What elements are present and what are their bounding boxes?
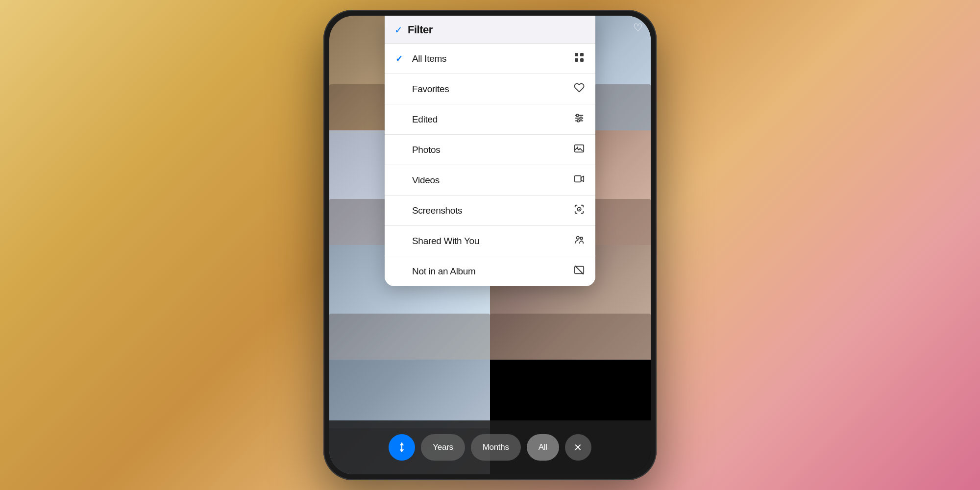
close-icon: ✕ xyxy=(574,441,582,453)
svg-point-16 xyxy=(580,237,583,240)
filter-checkmark-not-in-album: ✓ xyxy=(395,266,405,277)
filter-label-photos: Photos xyxy=(412,145,440,155)
filter-item-favorites[interactable]: ✓ Favorites xyxy=(385,74,595,104)
svg-rect-2 xyxy=(575,58,578,62)
filter-item-photos[interactable]: ✓ Photos xyxy=(385,135,595,165)
filter-checkmark-edited: ✓ xyxy=(395,114,405,125)
filter-checkmark-favorites: ✓ xyxy=(395,84,405,95)
filter-label-videos: Videos xyxy=(412,175,440,186)
filter-item-videos[interactable]: ✓ Videos xyxy=(385,165,595,196)
filter-checkmark-videos: ✓ xyxy=(395,175,405,186)
sliders-icon xyxy=(574,113,585,126)
filter-item-screenshots[interactable]: ✓ Screenshots xyxy=(385,196,595,226)
filter-header-title: Filter xyxy=(408,24,433,36)
svg-rect-12 xyxy=(575,176,581,182)
svg-point-15 xyxy=(577,237,580,240)
years-label: Years xyxy=(433,442,453,452)
sort-button[interactable] xyxy=(389,434,415,461)
sort-icon xyxy=(395,441,408,454)
filter-checkmark-screenshots: ✓ xyxy=(395,205,405,216)
filter-label-favorites: Favorites xyxy=(412,84,449,95)
screenshot-icon xyxy=(574,204,585,217)
filter-item-favorites-left: ✓ Favorites xyxy=(395,84,449,95)
all-label: All xyxy=(539,442,547,452)
months-button[interactable]: Months xyxy=(471,434,521,461)
filter-checkmark-photos: ✓ xyxy=(395,145,405,155)
filter-item-edited[interactable]: ✓ Edited xyxy=(385,104,595,135)
no-album-icon xyxy=(574,265,585,278)
all-button[interactable]: All xyxy=(527,434,559,461)
filter-item-videos-left: ✓ Videos xyxy=(395,175,440,186)
bottom-bar: Years Months All ✕ xyxy=(329,420,651,474)
filter-item-shared-with-you-left: ✓ Shared With You xyxy=(395,236,479,246)
filter-label-shared-with-you: Shared With You xyxy=(412,236,479,246)
filter-dropdown: ✓ Filter ✓ All Items xyxy=(385,16,595,286)
years-button[interactable]: Years xyxy=(421,434,465,461)
filter-label-all-items: All Items xyxy=(412,53,446,64)
svg-rect-1 xyxy=(580,53,584,56)
filter-label-screenshots: Screenshots xyxy=(412,205,462,216)
filter-header: ✓ Filter xyxy=(385,16,595,44)
filter-item-all-items-left: ✓ All Items xyxy=(395,53,446,64)
filter-label-not-in-album: Not in an Album xyxy=(412,266,476,277)
svg-rect-0 xyxy=(575,53,578,56)
svg-point-9 xyxy=(577,120,580,122)
filter-item-not-in-album[interactable]: ✓ Not in an Album xyxy=(385,256,595,286)
filter-header-checkmark: ✓ xyxy=(394,24,403,36)
filter-item-shared-with-you[interactable]: ✓ Shared With You xyxy=(385,226,595,256)
shared-icon xyxy=(574,234,585,247)
heart-overlay-icon: ♡ xyxy=(633,22,643,34)
months-label: Months xyxy=(483,442,509,452)
photo-icon xyxy=(574,143,585,156)
phone-frame: ♡ ✓ Filter ✓ All Items xyxy=(323,10,657,480)
filter-checkmark-all-items: ✓ xyxy=(395,53,405,64)
video-icon xyxy=(574,173,585,187)
svg-point-7 xyxy=(576,114,579,117)
svg-rect-3 xyxy=(580,58,584,62)
filter-checkmark-shared-with-you: ✓ xyxy=(395,236,405,246)
heart-icon xyxy=(574,82,585,96)
svg-point-8 xyxy=(580,117,582,120)
phone-screen: ♡ ✓ Filter ✓ All Items xyxy=(329,16,651,474)
filter-item-edited-left: ✓ Edited xyxy=(395,114,438,125)
grid-icon xyxy=(574,52,585,65)
close-button[interactable]: ✕ xyxy=(565,434,591,461)
filter-item-all-items[interactable]: ✓ All Items xyxy=(385,44,595,74)
filter-item-screenshots-left: ✓ Screenshots xyxy=(395,205,462,216)
filter-item-not-in-album-left: ✓ Not in an Album xyxy=(395,266,476,277)
svg-line-18 xyxy=(575,266,584,274)
filter-item-photos-left: ✓ Photos xyxy=(395,145,440,155)
svg-point-14 xyxy=(579,209,580,210)
filter-label-edited: Edited xyxy=(412,114,438,125)
